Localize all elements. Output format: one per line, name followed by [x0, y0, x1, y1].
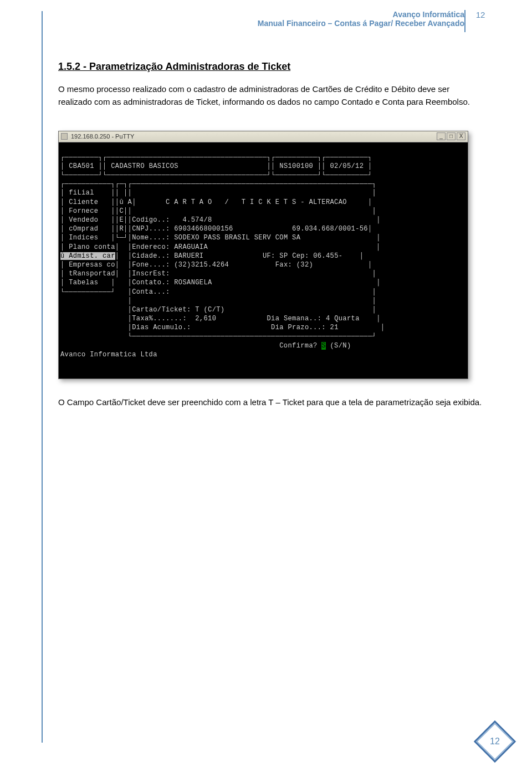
page-header: Avanço Informática Manual Financeiro – C… — [47, 10, 488, 33]
minimize-button[interactable]: _ — [437, 132, 446, 140]
page-number-bottom: 12 — [490, 737, 500, 747]
terminal-body: ┌────────┐┌─────────────────────────────… — [59, 142, 468, 379]
page-number-top: 12 — [473, 10, 488, 19]
paragraph-1: O mesmo processo realizado com o cadastr… — [47, 83, 488, 109]
paragraph-2: O Campo Cartão/Ticket deve ser preenchid… — [47, 396, 488, 408]
header-brand: Avanço Informática — [258, 10, 464, 19]
window-title: 192.168.0.250 - PuTTY — [71, 133, 134, 140]
maximize-button[interactable]: □ — [447, 132, 456, 140]
terminal-screenshot: 192.168.0.250 - PuTTY _ □ X ▴ ▾ ┌───────… — [58, 131, 468, 380]
header-subtitle: Manual Financeiro – Contas á Pagar/ Rece… — [258, 19, 464, 28]
putty-icon — [61, 133, 68, 140]
page-content: Avanço Informática Manual Financeiro – C… — [47, 10, 488, 409]
terminal-text: ┌────────┐┌─────────────────────────────… — [60, 153, 466, 359]
window-titlebar: 192.168.0.250 - PuTTY _ □ X — [59, 131, 468, 142]
section-heading: 1.5.2 - Parametrização Administradoras d… — [47, 61, 488, 73]
close-button[interactable]: X — [457, 132, 466, 140]
page-number-badge: 12 — [480, 727, 510, 756]
header-separator — [464, 10, 466, 32]
vertical-rule — [42, 11, 43, 743]
